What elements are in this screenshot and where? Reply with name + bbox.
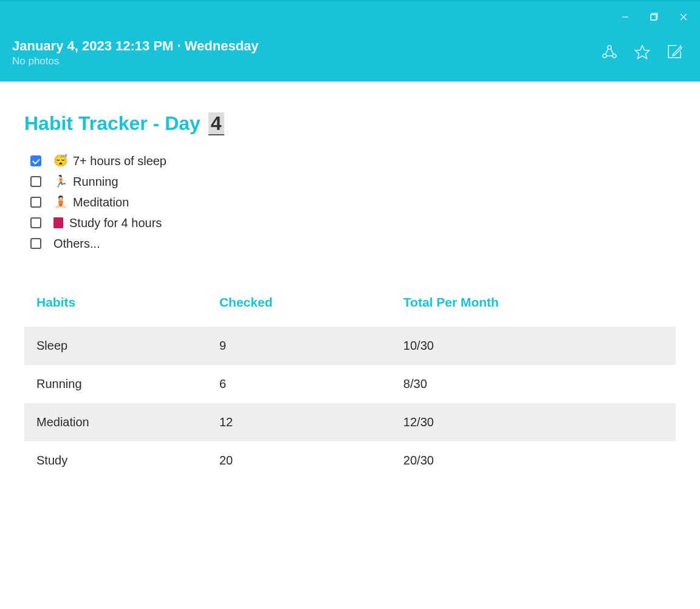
cell-checked: 12 <box>207 403 391 441</box>
cell-habit: Sleep <box>24 327 207 365</box>
checkbox[interactable] <box>30 176 41 187</box>
minimize-icon <box>622 13 629 21</box>
cell-total: 10/30 <box>391 327 676 365</box>
cell-habit: Running <box>24 365 207 403</box>
table-row: Running68/30 <box>24 365 676 403</box>
favorite-button[interactable] <box>633 43 651 61</box>
star-icon <box>634 44 651 61</box>
book-icon <box>53 217 63 228</box>
date-time-label: January 4, 2023 12:13 PM · Wednesday <box>12 38 259 54</box>
checklist-text: Others... <box>53 234 100 253</box>
svg-line-9 <box>606 49 609 55</box>
title-prefix: Habit Tracker - Day <box>24 112 206 134</box>
emoji-icon: 😴 <box>53 152 68 170</box>
checklist-text: 7+ hours of sleep <box>73 152 166 170</box>
app-header: January 4, 2023 12:13 PM · Wednesday No … <box>0 32 700 82</box>
checklist-text: Meditation <box>73 193 129 211</box>
minimize-button[interactable] <box>611 8 639 26</box>
cell-total: 8/30 <box>391 365 676 403</box>
cell-checked: 9 <box>207 327 391 365</box>
col-habits: Habits <box>24 289 207 327</box>
habit-summary-table: Habits Checked Total Per Month Sleep910/… <box>24 289 676 480</box>
page-title: Habit Tracker - Day 4 <box>24 112 676 135</box>
svg-point-7 <box>603 54 606 58</box>
checkbox[interactable] <box>30 217 41 228</box>
svg-marker-12 <box>636 46 650 59</box>
checklist-label: 🏃🏻Running <box>53 172 118 191</box>
edit-button[interactable] <box>666 43 684 61</box>
checklist-label: Study for 4 hours <box>53 214 162 232</box>
checklist-item: Others... <box>30 234 676 253</box>
share-button[interactable] <box>600 43 619 61</box>
cell-checked: 6 <box>207 365 391 403</box>
note-body: Habit Tracker - Day 4 😴7+ hours of sleep… <box>0 82 700 480</box>
emoji-icon: 🏃🏻 <box>53 173 68 191</box>
window-titlebar <box>0 0 700 32</box>
svg-point-8 <box>612 54 616 58</box>
close-button[interactable] <box>670 8 698 26</box>
checklist-text: Running <box>73 172 118 191</box>
photos-status-label: No photos <box>12 55 259 67</box>
habit-checklist: 😴7+ hours of sleep🏃🏻Running🧘🏻MeditationS… <box>30 152 676 253</box>
maximize-button[interactable] <box>640 8 668 26</box>
share-icon <box>601 44 618 61</box>
checklist-item: 😴7+ hours of sleep <box>30 152 676 170</box>
table-row: Sleep910/30 <box>24 327 676 365</box>
cell-habit: Study <box>24 441 207 480</box>
cell-habit: Mediation <box>24 403 207 441</box>
edit-icon <box>667 44 684 61</box>
checkbox[interactable] <box>30 197 41 208</box>
checklist-item: 🏃🏻Running <box>30 172 676 191</box>
checklist-label: 🧘🏻Meditation <box>53 193 129 211</box>
maximize-icon <box>650 13 659 21</box>
close-icon <box>680 13 687 21</box>
svg-line-10 <box>611 49 614 55</box>
checklist-item: 🧘🏻Meditation <box>30 193 676 211</box>
checklist-item: Study for 4 hours <box>30 214 676 232</box>
title-day-number: 4 <box>208 112 224 135</box>
checklist-text: Study for 4 hours <box>69 214 162 232</box>
col-checked: Checked <box>207 289 391 327</box>
checklist-label: Others... <box>53 234 100 253</box>
table-row: Mediation1212/30 <box>24 403 676 441</box>
header-actions <box>600 38 688 61</box>
table-row: Study2020/30 <box>24 441 676 480</box>
checkbox[interactable] <box>30 155 41 166</box>
table-header-row: Habits Checked Total Per Month <box>24 289 676 327</box>
cell-checked: 20 <box>207 441 391 480</box>
checklist-label: 😴7+ hours of sleep <box>53 152 166 170</box>
emoji-icon: 🧘🏻 <box>53 194 68 211</box>
svg-rect-2 <box>651 15 656 20</box>
header-info: January 4, 2023 12:13 PM · Wednesday No … <box>12 38 259 67</box>
col-total: Total Per Month <box>391 289 676 327</box>
cell-total: 20/30 <box>391 441 676 480</box>
checkbox[interactable] <box>30 238 41 249</box>
cell-total: 12/30 <box>391 403 676 441</box>
